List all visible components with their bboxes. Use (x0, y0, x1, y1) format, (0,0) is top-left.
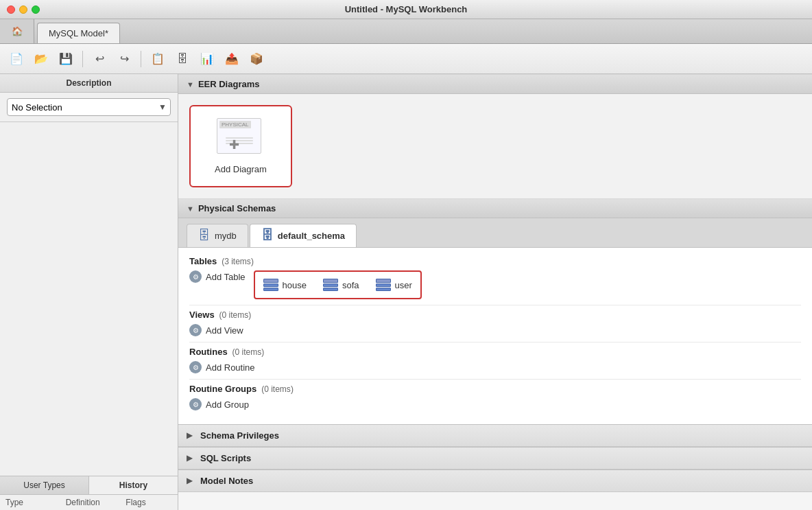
physical-schemas-header[interactable]: ▼ Physical Schemas (178, 198, 812, 218)
maximize-button[interactable] (32, 5, 40, 14)
add-table-icon: ⚙ (189, 270, 202, 283)
add-group-label[interactable]: Add Group (206, 399, 249, 410)
model-notes-arrow-icon: ▶ (187, 476, 192, 485)
minimize-button[interactable] (19, 5, 27, 14)
redo-button[interactable]: ↪ (113, 49, 135, 69)
undo-button[interactable]: ↩ (88, 49, 110, 69)
sql-scripts-header[interactable]: ▶ SQL Scripts (178, 448, 812, 470)
close-button[interactable] (7, 5, 15, 14)
table-icon: 📊 (200, 52, 214, 65)
export-button[interactable]: 📤 (221, 49, 243, 69)
diagram-icon: PHYSICAL ✚ (217, 118, 265, 156)
main-layout: Description No Selection ▼ User Types Hi… (0, 74, 812, 510)
db-icon: 🗄 (177, 53, 188, 65)
table-item-house[interactable]: house (263, 277, 307, 292)
divider-1 (189, 305, 801, 305)
mydb-tab[interactable]: 🗄 mydb (187, 224, 248, 247)
home-tab[interactable]: 🏠 (0, 19, 34, 43)
eer-arrow-icon: ▼ (187, 80, 194, 89)
model-notes-header[interactable]: ▶ Model Notes (178, 470, 812, 492)
table-button[interactable]: 📊 (196, 49, 218, 69)
add-routine-label[interactable]: Add Routine (206, 362, 255, 373)
add-view-label[interactable]: Add View (206, 325, 243, 336)
export-icon: 📤 (225, 52, 239, 65)
house-table-icon (263, 277, 278, 292)
open-icon: 📂 (34, 52, 48, 65)
mydb-tab-label: mydb (215, 231, 237, 241)
undo-icon: ↩ (95, 52, 104, 65)
table-item-user[interactable]: user (376, 277, 412, 292)
package-button[interactable]: 📦 (246, 49, 267, 69)
schema-content: Tables (3 items) ⚙ Add Table (178, 248, 812, 424)
left-panel-bottom: User Types History Type Definition Flags (0, 476, 178, 510)
default-schema-tab[interactable]: 🗄 default_schema (250, 224, 357, 247)
schemas-arrow-icon: ▼ (187, 205, 194, 213)
tables-section: Tables (3 items) ⚙ Add Table (189, 256, 801, 299)
columns-header: Type Definition Flags (0, 495, 178, 510)
tab-label: MySQL Model* (49, 28, 108, 38)
eer-section-title: EER Diagrams (198, 79, 260, 89)
tables-count: (3 items) (219, 257, 254, 266)
mydb-db-icon: 🗄 (198, 229, 211, 243)
eer-content: PHYSICAL ✚ Add Diagram (178, 94, 812, 198)
schema-tabs: 🗄 mydb 🗄 default_schema (178, 218, 812, 248)
add-diagram-card[interactable]: PHYSICAL ✚ Add Diagram (189, 105, 292, 187)
new-button[interactable]: 📄 (5, 49, 27, 69)
description-content (0, 122, 178, 476)
add-view-icon: ⚙ (189, 324, 202, 336)
no-selection-select[interactable]: No Selection (7, 98, 171, 116)
history-tab[interactable]: History (89, 476, 178, 494)
toolbar: 📄 📂 💾 ↩ ↪ 📋 🗄 📊 📤 📦 (0, 44, 812, 74)
right-panel: ▼ EER Diagrams PHYSICAL ✚ (178, 74, 812, 510)
mysql-model-tab[interactable]: MySQL Model* (37, 23, 120, 43)
save-icon: 💾 (59, 52, 73, 65)
schema-privileges-title: Schema Privileges (200, 430, 279, 441)
open-button[interactable]: 📂 (30, 49, 52, 69)
schema-privileges-header[interactable]: ▶ Schema Privileges (178, 425, 812, 447)
left-panel: Description No Selection ▼ User Types Hi… (0, 74, 178, 510)
tables-area: ⚙ Add Table house (189, 270, 801, 299)
db-button[interactable]: 🗄 (171, 49, 193, 69)
copy-button[interactable]: 📋 (147, 49, 169, 69)
table-item-sofa[interactable]: sofa (323, 277, 359, 292)
schema-privileges-arrow-icon: ▶ (187, 431, 192, 440)
physical-schemas-title: Physical Schemas (198, 203, 276, 213)
tables-items: house sofa (254, 270, 422, 299)
tables-title: Tables (3 items) (189, 256, 801, 266)
routine-groups-count: (0 items) (259, 384, 294, 394)
add-table-label[interactable]: Add Table (206, 272, 246, 282)
package-icon: 📦 (250, 52, 263, 65)
house-table-name: house (283, 280, 307, 290)
flags-column: Flags (126, 498, 172, 507)
routines-section: Routines (0 items) ⚙ Add Routine (189, 347, 801, 373)
routine-groups-title: Routine Groups (0 items) (189, 384, 801, 394)
sql-scripts-arrow-icon: ▶ (187, 454, 192, 463)
user-table-name: user (395, 280, 412, 290)
window-title: Untitled - MySQL Workbench (345, 4, 468, 14)
definition-column: Definition (66, 498, 112, 507)
add-routine-icon: ⚙ (189, 361, 202, 373)
description-header: Description (0, 74, 178, 93)
title-bar: Untitled - MySQL Workbench (0, 0, 812, 19)
type-column: Type (5, 498, 52, 507)
user-types-tab[interactable]: User Types (0, 476, 89, 494)
traffic-lights (7, 5, 40, 14)
add-table-row: ⚙ Add Table (189, 270, 246, 283)
separator-1 (82, 51, 83, 67)
separator-2 (141, 51, 141, 67)
new-icon: 📄 (10, 52, 23, 65)
save-button[interactable]: 💾 (55, 49, 77, 69)
eer-section-header[interactable]: ▼ EER Diagrams (178, 74, 812, 94)
routines-count: (0 items) (230, 347, 264, 357)
add-diagram-label: Add Diagram (215, 164, 267, 174)
copy-icon: 📋 (151, 52, 165, 65)
home-icon: 🏠 (12, 26, 23, 36)
default-schema-tab-label: default_schema (278, 231, 345, 241)
left-panel-tabs: User Types History (0, 476, 178, 495)
tab-bar: 🏠 MySQL Model* (0, 19, 812, 44)
plus-icon: ✚ (229, 137, 239, 152)
views-section: Views (0 items) ⚙ Add View (189, 310, 801, 336)
divider-3 (189, 379, 801, 380)
schema-privileges-section: ▶ Schema Privileges (178, 424, 812, 447)
add-view-row: ⚙ Add View (189, 324, 801, 336)
